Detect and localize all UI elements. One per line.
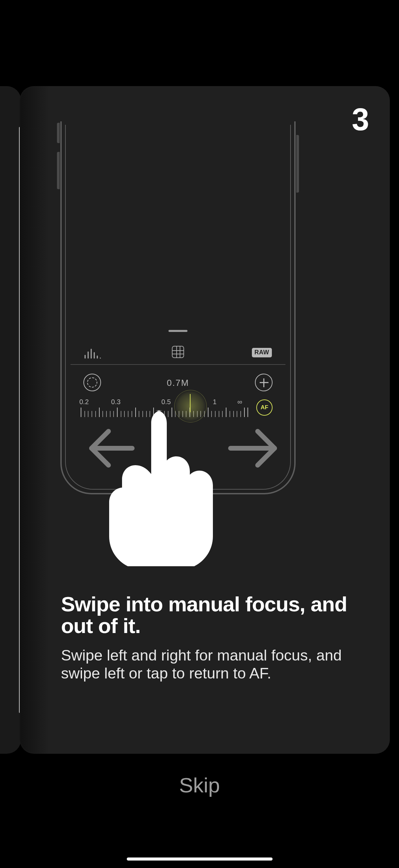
ruler-label: ∞ [237, 398, 242, 406]
focus-ruler: 0.20.30.51∞ [81, 398, 248, 417]
raw-badge: RAW [252, 348, 272, 357]
divider [71, 364, 285, 365]
ruler-label: 0.3 [111, 398, 121, 406]
grid-icon [172, 346, 184, 358]
phone-side-button-icon [57, 123, 60, 143]
home-indicator[interactable] [127, 857, 273, 861]
phone-volume-button-icon [57, 152, 60, 189]
ruler-label: 0.2 [79, 398, 89, 406]
phone-power-button-icon [296, 135, 299, 193]
plus-circle-icon [255, 374, 273, 391]
onboarding-headline: Swipe into manual focus, and out of it. [61, 593, 358, 637]
onboarding-prev-card[interactable] [0, 86, 21, 754]
ruler-label: 0.5 [161, 398, 171, 406]
camera-ui-illustration: RAW 0.7M 0.20.30.51∞ AF [71, 121, 285, 484]
loupe-icon [83, 374, 101, 391]
focus-cursor [190, 394, 191, 412]
focus-indicator-glow [174, 390, 207, 422]
histogram-icon [84, 348, 102, 359]
skip-button[interactable]: Skip [0, 773, 399, 797]
focus-distance-readout: 0.7M [167, 378, 189, 388]
ruler-label: 1 [213, 398, 217, 406]
step-number: 3 [352, 102, 368, 137]
drawer-handle-icon [168, 330, 187, 332]
phone-mockup: RAW 0.7M 0.20.30.51∞ AF [60, 121, 296, 494]
af-button: AF [256, 399, 273, 416]
onboarding-body: Swipe left and right for manual focus, a… [61, 646, 358, 682]
